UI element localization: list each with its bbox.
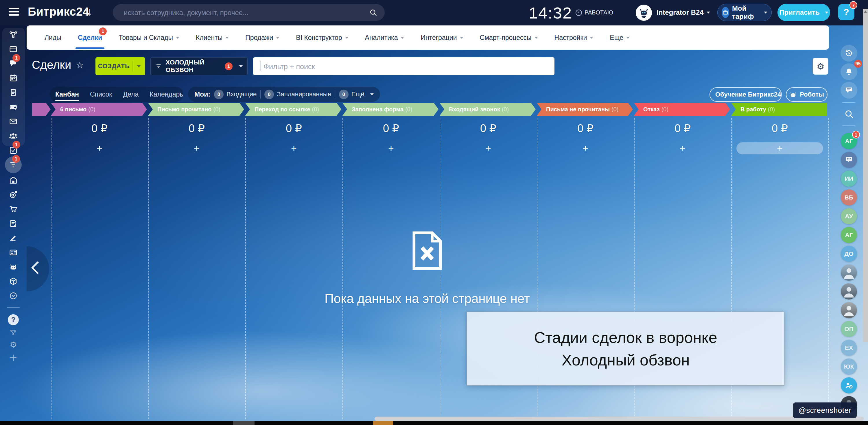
help-icon[interactable]: ? <box>8 314 19 325</box>
share-structure-icon[interactable] <box>10 329 17 336</box>
guest-clock-avatar[interactable] <box>841 377 857 393</box>
search-icon[interactable] <box>540 62 548 70</box>
user-avatar[interactable] <box>636 5 652 21</box>
robots-button[interactable]: Роботы <box>786 87 828 102</box>
user-avatar[interactable]: ОП <box>841 321 857 337</box>
kanban-column-header[interactable]: Заполнена форма(0) <box>342 103 438 116</box>
training-button[interactable]: Обучение Битрикс24 <box>710 87 782 102</box>
user-photo-avatar[interactable] <box>841 283 857 299</box>
marketing-target-icon[interactable] <box>9 190 18 199</box>
global-search-input[interactable] <box>123 4 362 22</box>
help-button[interactable]: ? 7 <box>838 4 855 20</box>
kanban-column-header[interactable]: 6 письмо(0) <box>51 103 147 116</box>
counter-more[interactable]: 0 Ещё <box>339 90 374 99</box>
user-photo-avatar[interactable] <box>841 302 857 318</box>
worktime-status[interactable]: РАБОТАЮ <box>576 9 613 16</box>
vertical-scrollbar[interactable] <box>863 9 868 342</box>
nav-item-bi-constructor[interactable]: BI Конструктор <box>296 34 348 42</box>
nav-item-analytics[interactable]: Аналитика <box>365 34 404 42</box>
horizontal-scrollbar[interactable] <box>375 417 864 421</box>
documents-icon[interactable] <box>9 88 18 97</box>
add-deal-button[interactable]: + <box>89 142 110 154</box>
app-logo[interactable]: Битрикс24 <box>28 5 89 18</box>
funnel-selector-button[interactable]: ХОЛОДНЫЙ ОБЗВОН 1 <box>150 57 248 75</box>
notifications-bell-icon[interactable]: 95 <box>840 63 857 80</box>
search-icon[interactable] <box>840 105 857 122</box>
nav-item-deals[interactable]: Сделки 1 <box>78 34 102 42</box>
kanban-column-header[interactable]: Отказ(0) <box>634 103 730 116</box>
user-photo-avatar[interactable] <box>841 265 857 281</box>
user-avatar[interactable]: ДО <box>841 246 857 262</box>
user-avatar[interactable]: ЮК <box>841 359 857 375</box>
filter-search-input[interactable] <box>262 57 524 76</box>
calendar-icon[interactable] <box>9 74 18 83</box>
kanban-column-header[interactable]: Входящий звонок(0) <box>440 103 536 116</box>
user-avatar[interactable]: АГ <box>841 227 857 243</box>
tab-activities[interactable]: Дела <box>123 91 138 98</box>
robot-icon[interactable] <box>9 263 18 271</box>
tab-calendar[interactable]: Календарь <box>150 91 183 98</box>
nav-item-sales[interactable]: Продажи <box>245 34 279 42</box>
my-tariff-button[interactable]: Мой тариф <box>717 4 772 21</box>
add-deal-button[interactable]: + <box>381 142 401 154</box>
kanban-column-header-partial[interactable] <box>32 103 51 116</box>
add-deal-button[interactable]: + <box>478 142 498 154</box>
feed-icon[interactable] <box>9 30 18 39</box>
user-avatar[interactable]: ВБ <box>841 189 857 205</box>
add-deal-button[interactable]: + <box>575 142 595 154</box>
sites-icon[interactable] <box>9 45 18 54</box>
favorite-star-icon[interactable]: ☆ <box>76 60 84 70</box>
tab-list[interactable]: Список <box>90 91 112 98</box>
crm-funnel-icon[interactable]: 1 <box>9 160 18 169</box>
people-icon[interactable] <box>9 131 18 140</box>
mail-icon[interactable] <box>9 117 18 126</box>
switch-profile-icon[interactable] <box>83 7 93 19</box>
invite-button[interactable]: Пригласить <box>777 4 830 21</box>
tasks-icon[interactable]: 1 <box>9 146 18 155</box>
chat-panel-icon[interactable] <box>840 82 857 99</box>
nav-item-clients[interactable]: Клиенты <box>196 34 229 42</box>
nav-item-products[interactable]: Товары и Склады <box>119 34 179 42</box>
kanban-column-header[interactable]: Письмо прочитано(0) <box>148 103 244 116</box>
kanban-column-header[interactable]: Письма не прочитаны(0) <box>537 103 633 116</box>
scroll-up-arrow-icon[interactable] <box>864 10 867 13</box>
create-button[interactable]: СОЗДАТЬ <box>95 57 145 75</box>
account-menu[interactable]: Integrator B24 <box>657 8 710 17</box>
id-card-icon[interactable] <box>9 248 18 257</box>
shop-cart-icon[interactable] <box>9 205 18 214</box>
counter-incoming[interactable]: 0 Входящие <box>214 90 256 99</box>
add-deal-button[interactable]: + <box>284 142 304 154</box>
nav-item-leads[interactable]: Лиды <box>44 34 61 42</box>
add-deal-button[interactable]: + <box>673 142 693 154</box>
nav-item-settings[interactable]: Настройки <box>555 34 593 42</box>
messenger-icon[interactable]: 1 <box>9 59 18 68</box>
add-deal-button[interactable]: + <box>187 142 207 154</box>
create-dropdown[interactable] <box>132 65 145 67</box>
signature-pen-icon[interactable] <box>9 234 18 242</box>
kanban-column-header[interactable]: В работу(0) <box>731 103 827 116</box>
nav-item-more[interactable]: Еще <box>610 34 630 42</box>
warehouse-icon[interactable] <box>9 176 18 185</box>
worktime-clock[interactable]: 14:32 <box>529 3 572 22</box>
user-avatar[interactable]: ЕХ <box>841 340 857 356</box>
add-section-icon[interactable]: + <box>9 352 18 363</box>
kanban-column-header[interactable]: Переход по ссылке(0) <box>245 103 341 116</box>
circle-chevron-icon[interactable] <box>9 291 18 300</box>
scroll-left-button[interactable] <box>27 246 49 291</box>
nav-item-integrations[interactable]: Интеграции <box>421 34 463 42</box>
board-settings-button[interactable]: ⚙ <box>813 58 828 74</box>
time-history-icon[interactable] <box>840 45 857 62</box>
search-icon[interactable] <box>369 8 377 17</box>
hamburger-menu-icon[interactable] <box>9 8 19 17</box>
add-deal-button[interactable]: + <box>736 142 823 154</box>
drive-icon[interactable] <box>9 103 18 111</box>
counter-planned[interactable]: 0 Запланированные <box>265 90 331 99</box>
user-avatar[interactable]: АУ <box>841 208 857 224</box>
group-chat-avatar[interactable] <box>841 152 857 168</box>
user-avatar[interactable]: АГ1 <box>841 133 857 149</box>
market-box-icon[interactable] <box>9 277 18 286</box>
gear-icon[interactable]: ⚙ <box>9 340 17 350</box>
nav-item-smart-processes[interactable]: Смарт-процессы <box>480 34 538 42</box>
sign-document-icon[interactable] <box>9 219 18 228</box>
tab-kanban[interactable]: Канбан <box>55 91 79 98</box>
